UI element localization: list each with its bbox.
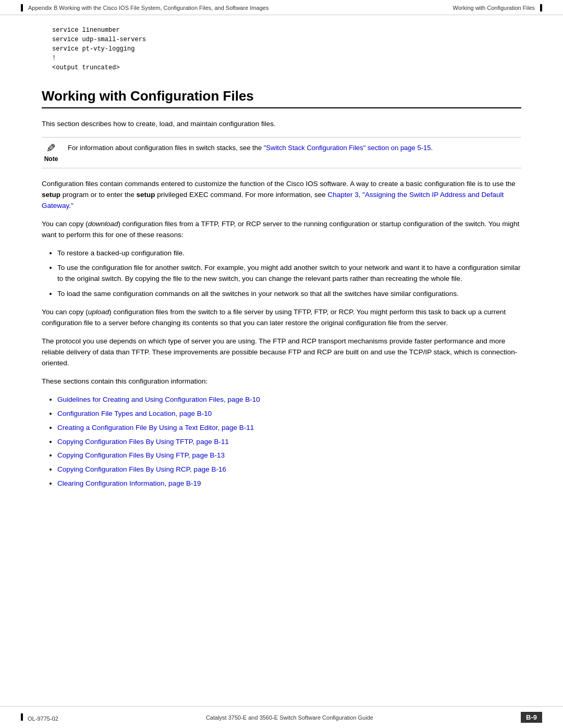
footer-left-bar: [21, 713, 23, 721]
bullet-item-1: To restore a backed-up configuration fil…: [57, 248, 521, 259]
link-item-7: Clearing Configuration Information, page…: [57, 478, 521, 489]
link-copying-ftp[interactable]: Copying Configuration Files By Using FTP…: [57, 451, 225, 459]
note-text-after: .: [431, 144, 433, 152]
header-left-bar: [21, 4, 23, 11]
note-label: Note: [44, 155, 58, 163]
pencil-icon: ✎: [46, 143, 56, 154]
note-text-before: For information about configuration file…: [68, 144, 264, 152]
code-line-5: <output truncated>: [52, 63, 521, 72]
link-item-5: Copying Configuration Files By Using FTP…: [57, 450, 521, 461]
link-copying-rcp[interactable]: Copying Configuration Files By Using RCP…: [57, 465, 226, 473]
footer-doc-number: OL-9775-02: [28, 715, 58, 722]
header-right: Working with Configuration Files: [452, 4, 542, 11]
bold-setup-2: setup: [137, 191, 155, 199]
footer-right: B-9: [521, 712, 542, 723]
footer-left: OL-9775-02: [21, 713, 58, 722]
paragraph-sections: These sections contain this configuratio…: [42, 376, 521, 387]
link-copying-tftp[interactable]: Copying Configuration Files By Using TFT…: [57, 438, 229, 446]
intro-paragraph: This section describes how to create, lo…: [42, 119, 521, 130]
link-item-4: Copying Configuration Files By Using TFT…: [57, 437, 521, 448]
links-list: Guidelines for Creating and Using Config…: [57, 394, 521, 489]
paragraph-download: You can copy (download) configuration fi…: [42, 219, 521, 241]
link-item-2: Configuration File Types and Location, p…: [57, 409, 521, 419]
code-line-3: service pt-vty-logging: [52, 44, 521, 54]
page-header: Appendix B Working with the Cisco IOS Fi…: [0, 0, 563, 15]
main-content: service linenumber service udp-small-ser…: [0, 15, 563, 728]
link-creating-config[interactable]: Creating a Configuration File By Using a…: [57, 424, 254, 431]
note-link[interactable]: "Switch Stack Configuration Files" secti…: [264, 144, 431, 152]
italic-download: download: [88, 220, 118, 228]
page-number: B-9: [521, 712, 542, 723]
italic-upload: upload: [88, 308, 109, 316]
page-container: Appendix B Working with the Cisco IOS Fi…: [0, 0, 563, 728]
bold-setup-1: setup: [42, 191, 60, 199]
paragraph-1: Configuration files contain commands ent…: [42, 179, 521, 212]
link-item-1: Guidelines for Creating and Using Config…: [57, 394, 521, 405]
note-content: For information about configuration file…: [68, 143, 521, 153]
note-icon-container: ✎ Note: [42, 143, 60, 163]
paragraph-protocol: The protocol you use depends on which ty…: [42, 336, 521, 369]
bullet-item-3: To load the same configuration commands …: [57, 289, 521, 300]
note-box: ✎ Note For information about configurati…: [42, 137, 521, 168]
code-block: service linenumber service udp-small-ser…: [42, 26, 521, 72]
code-line-2: service udp-small-servers: [52, 35, 521, 44]
link-item-3: Creating a Configuration File By Using a…: [57, 423, 521, 434]
code-line-4: !: [52, 54, 521, 63]
header-left: Appendix B Working with the Cisco IOS Fi…: [21, 4, 268, 11]
link-file-types[interactable]: Configuration File Types and Location, p…: [57, 410, 212, 417]
header-right-bar: [540, 4, 542, 11]
link-item-6: Copying Configuration Files By Using RCP…: [57, 464, 521, 475]
page-footer: OL-9775-02 Catalyst 3750-E and 3560-E Sw…: [0, 706, 563, 728]
code-line-1: service linenumber: [52, 26, 521, 35]
bullet-list-1: To restore a backed-up configuration fil…: [57, 248, 521, 300]
footer-title: Catalyst 3750-E and 3560-E Switch Softwa…: [206, 714, 373, 721]
bullet-item-2: To use the configuration file for anothe…: [57, 263, 521, 285]
chapter3-link[interactable]: Chapter 3, "Assigning the Switch IP Addr…: [42, 191, 504, 209]
paragraph-upload: You can copy (upload) configuration file…: [42, 307, 521, 329]
link-guidelines[interactable]: Guidelines for Creating and Using Config…: [57, 396, 260, 403]
footer-center: Catalyst 3750-E and 3560-E Switch Softwa…: [58, 714, 521, 721]
header-right-text: Working with Configuration Files: [452, 5, 535, 11]
header-left-text: Appendix B Working with the Cisco IOS Fi…: [28, 5, 268, 11]
section-heading: Working with Configuration Files: [42, 88, 521, 108]
link-clearing-config[interactable]: Clearing Configuration Information, page…: [57, 479, 201, 487]
